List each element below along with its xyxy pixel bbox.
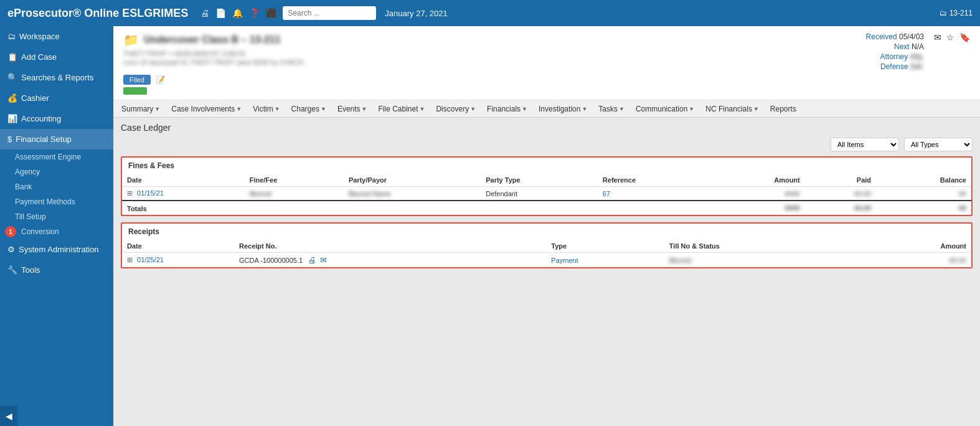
receipt-amount: ##.## xyxy=(857,253,971,268)
tab-investigation[interactable]: Investigation ▼ xyxy=(533,100,593,117)
tab-charges-arrow[interactable]: ▼ xyxy=(321,106,326,112)
next-label: Next xyxy=(894,42,912,51)
bookmark-icon[interactable]: 🔖 xyxy=(959,32,970,42)
tab-case-involvements-arrow[interactable]: ▼ xyxy=(236,106,242,112)
case-title: Undercover Class B – 13-211 xyxy=(144,34,281,45)
receipt-till-status: Blurred xyxy=(664,253,857,268)
case-subtitle-1: THEFT PROP ++$200-$500 BY CHECK xyxy=(123,50,799,57)
tab-charges[interactable]: Charges ▼ xyxy=(286,100,332,117)
case-subtitle-2: Less 10 days/paid 01-THEFT PROP value $2… xyxy=(123,59,799,66)
tab-tasks-arrow[interactable]: ▼ xyxy=(619,106,624,112)
sidebar-sub-conversion[interactable]: 1 Conversion xyxy=(0,224,113,239)
fines-fees-title: Fines & Fees xyxy=(122,158,971,174)
sidebar-item-cashier[interactable]: 💰 Cashier xyxy=(0,88,113,108)
fines-fees-section: Fines & Fees Date Fine/Fee Party/Payor P… xyxy=(121,156,973,216)
tab-nc-financials-arrow[interactable]: ▼ xyxy=(753,106,759,112)
tab-discovery-arrow[interactable]: ▼ xyxy=(470,106,476,112)
totals-paid: ##.## xyxy=(805,201,876,215)
items-filter[interactable]: All Items xyxy=(831,138,899,151)
sidebar-item-add-case[interactable]: 📋 Add Case xyxy=(0,47,113,67)
sidebar-item-accounting[interactable]: 📊 Accounting xyxy=(0,108,113,129)
tab-victim-arrow[interactable]: ▼ xyxy=(275,106,280,112)
defense-value: Def. xyxy=(910,62,924,71)
received-label: Received xyxy=(866,32,899,41)
sidebar-collapse-button[interactable]: ◀ xyxy=(0,406,17,426)
print-icon[interactable]: 🖨 xyxy=(200,8,209,18)
sidebar-sub-agency[interactable]: Agency xyxy=(0,164,113,179)
tab-financials-arrow[interactable]: ▼ xyxy=(522,106,527,112)
totals-amount: #### xyxy=(711,201,805,215)
status-edit-icon[interactable]: 📝 xyxy=(156,75,165,84)
fines-fees-table: Date Fine/Fee Party/Payor Party Type Ref… xyxy=(122,174,971,215)
page-title: Case Ledger xyxy=(121,123,973,133)
tab-communication[interactable]: Communication ▼ xyxy=(630,100,700,117)
row-party-type: Defendant xyxy=(481,187,598,201)
types-filter[interactable]: All Types xyxy=(904,138,973,151)
sidebar-item-system-admin[interactable]: ⚙ System Administration xyxy=(0,239,113,260)
help-icon[interactable]: ❓ xyxy=(249,8,260,18)
receipt-type: Payment xyxy=(546,253,664,268)
row-balance: ## xyxy=(876,187,971,201)
table-row: ⊞ 01/25/21 GCDA -100000005.1 🖨 ✉ xyxy=(122,253,971,268)
row-party-payor: Blurred Name xyxy=(344,187,481,201)
col-reference: Reference xyxy=(598,174,711,187)
tab-discovery[interactable]: Discovery ▼ xyxy=(430,100,481,117)
tab-file-cabinet[interactable]: File Cabinet ▼ xyxy=(373,100,431,117)
receipts-table: Date Receipt No. Type Till No & Status A… xyxy=(122,240,971,267)
receipt-print-icon[interactable]: 🖨 xyxy=(308,255,316,265)
sidebar-sub-bank[interactable]: Bank xyxy=(0,179,113,194)
search-icon: 🔍 xyxy=(7,73,17,82)
tab-reports[interactable]: Reports xyxy=(765,100,802,117)
col-fine-fee: Fine/Fee xyxy=(245,174,344,187)
star-icon[interactable]: ☆ xyxy=(946,32,954,42)
app-title: eProsecutor® Online ESLGRIMES xyxy=(7,7,188,20)
cashier-icon: 💰 xyxy=(7,93,17,103)
expand-icon[interactable]: ⊞ xyxy=(127,189,133,197)
col-receipt-amount: Amount xyxy=(857,240,971,253)
search-input[interactable] xyxy=(283,6,376,20)
tab-investigation-arrow[interactable]: ▼ xyxy=(582,106,587,112)
tab-summary-arrow[interactable]: ▼ xyxy=(154,106,160,112)
tab-communication-arrow[interactable]: ▼ xyxy=(689,106,694,112)
row-amount: #### xyxy=(711,187,805,201)
main-content: 📁 Undercover Class B – 13-211 THEFT PROP… xyxy=(113,26,980,426)
col-balance: Balance xyxy=(876,174,971,187)
sidebar-label-searches: Searches & Reports xyxy=(21,73,93,82)
tab-tasks[interactable]: Tasks ▼ xyxy=(593,100,630,117)
row-paid: ##.## xyxy=(805,187,876,201)
tab-summary[interactable]: Summary ▼ xyxy=(116,100,166,117)
exit-icon[interactable]: ⬛ xyxy=(266,8,276,18)
sidebar-sub-till-setup[interactable]: Till Setup xyxy=(0,209,113,224)
sidebar-item-tools[interactable]: 🔧 Tools xyxy=(0,260,113,280)
col-amount: Amount xyxy=(711,174,805,187)
tab-case-involvements[interactable]: Case Involvements ▼ xyxy=(166,100,247,117)
accounting-icon: 📊 xyxy=(7,114,17,123)
workspace-icon: 🗂 xyxy=(7,32,16,41)
attorney-label: Attorney xyxy=(880,52,910,61)
col-till-status: Till No & Status xyxy=(664,240,857,253)
tab-nc-financials[interactable]: NC Financials ▼ xyxy=(700,100,765,117)
sidebar-label-financial-setup: Financial Setup xyxy=(16,135,72,144)
receipt-action-icons: 🖨 ✉ xyxy=(308,255,327,265)
tab-file-cabinet-arrow[interactable]: ▼ xyxy=(420,106,425,112)
document-icon[interactable]: 📄 xyxy=(215,8,226,18)
receipt-expand-icon[interactable]: ⊞ xyxy=(127,256,133,263)
email-icon[interactable]: ✉ xyxy=(934,32,941,42)
sidebar-sub-payment-methods[interactable]: Payment Methods xyxy=(0,194,113,209)
add-case-icon: 📋 xyxy=(7,52,17,62)
case-title-area: 📁 Undercover Class B – 13-211 THEFT PROP… xyxy=(123,32,799,67)
tools-icon: 🔧 xyxy=(7,265,17,275)
header-case-id: 🗂 13-211 xyxy=(940,9,973,17)
tab-victim[interactable]: Victim ▼ xyxy=(247,100,285,117)
sidebar-item-workspace[interactable]: 🗂 Workspace xyxy=(0,26,113,47)
receipt-email-icon[interactable]: ✉ xyxy=(320,255,327,265)
sidebar-sub-assessment[interactable]: Assessment Engine xyxy=(0,149,113,164)
tab-events-arrow[interactable]: ▼ xyxy=(362,106,367,112)
sidebar-item-searches[interactable]: 🔍 Searches & Reports xyxy=(0,67,113,88)
sidebar-item-financial-setup[interactable]: $ Financial Setup xyxy=(0,129,113,149)
bell-icon[interactable]: 🔔 xyxy=(232,8,243,18)
tab-financials[interactable]: Financials ▼ xyxy=(481,100,533,117)
receipts-section: Receipts Date Receipt No. Type Till No &… xyxy=(121,222,973,268)
financial-setup-icon: $ xyxy=(7,135,12,144)
tab-events[interactable]: Events ▼ xyxy=(332,100,373,117)
